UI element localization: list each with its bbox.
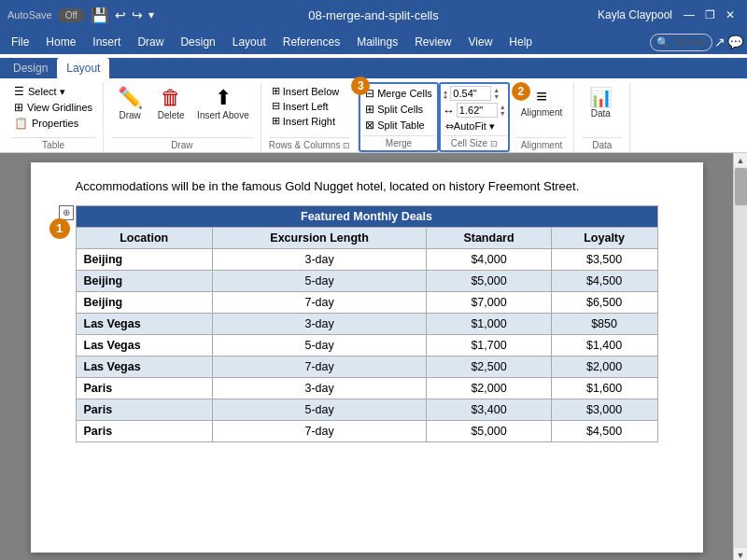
insert-above-button[interactable]: ⬆ Insert Above	[193, 84, 253, 122]
title-bar-right: Kayla Claypool — ❐ ✕	[557, 6, 740, 24]
data-button[interactable]: 📊 Data	[582, 84, 619, 120]
share-icon[interactable]: ↗	[714, 35, 726, 49]
split-cells-icon: ⊞	[365, 103, 374, 116]
width-down[interactable]: ▼	[500, 110, 506, 117]
cell-value: 5-day	[212, 270, 427, 291]
rows-cols-content: 3 ⊞ Insert Below ⊟ Insert Left ⊞ Insert …	[269, 84, 350, 135]
scroll-track[interactable]	[734, 167, 747, 548]
properties-button[interactable]: 📋 Properties	[11, 116, 95, 131]
merge-cells-button[interactable]: ⊟ Merge Cells	[362, 86, 435, 101]
cell-value: $6,500	[551, 291, 657, 313]
filename-label: 08-merge-and-split-cells	[308, 8, 438, 22]
cell-size-label: Cell Size ⊡	[443, 135, 506, 148]
split-cells-label: Split Cells	[377, 104, 423, 115]
cell-location: Paris	[76, 377, 212, 399]
cell-value: $2,000	[427, 377, 551, 399]
menu-view[interactable]: View	[461, 34, 500, 50]
minimize-button[interactable]: —	[680, 6, 698, 24]
cell-value: 7-day	[212, 291, 427, 313]
autofit-button[interactable]: ⇔ AutoFit ▾	[443, 119, 506, 133]
table-row: Beijing3-day$4,000$3,500	[76, 248, 657, 270]
document-area: Accommodations will be in the famous Gol…	[0, 153, 747, 560]
menu-layout[interactable]: Layout	[225, 34, 274, 50]
table-row: Beijing7-day$7,000$6,500	[76, 291, 657, 313]
redo-icon[interactable]: ↪	[132, 7, 143, 22]
width-arrows: ▲ ▼	[500, 104, 506, 117]
autosave-label: AutoSave	[7, 9, 52, 21]
width-up[interactable]: ▲	[500, 104, 506, 110]
gridlines-label: View Gridlines	[27, 102, 92, 113]
menu-design[interactable]: Design	[173, 34, 222, 50]
gridlines-icon: ⊞	[14, 101, 23, 114]
delete-label: Delete	[158, 110, 185, 120]
merge-cells-label: Merge Cells	[377, 88, 432, 99]
menu-help[interactable]: Help	[501, 34, 540, 50]
rows-cols-label: Rows & Columns ⊡	[269, 137, 350, 150]
cell-value: $4,500	[551, 270, 657, 291]
document-page: Accommodations will be in the famous Gol…	[31, 162, 703, 553]
insert-right-button[interactable]: ⊞ Insert Right	[269, 114, 343, 128]
insert-left-button[interactable]: ⊟ Insert Left	[269, 99, 343, 113]
insert-below-button[interactable]: ⊞ Insert Below	[269, 84, 343, 98]
cell-width-input: ↔ ▲ ▼	[443, 103, 506, 118]
vertical-scrollbar[interactable]: ▲ ▼	[733, 153, 747, 560]
table-group-label: Table	[11, 137, 95, 150]
data-icon: 📊	[589, 86, 613, 108]
ribbon-group-cell-size: 2 ↕ ▲ ▼ ↔ ▲	[439, 82, 510, 152]
width-field[interactable]	[457, 103, 498, 118]
height-down[interactable]: ▼	[493, 93, 500, 100]
properties-icon: 📋	[14, 117, 28, 130]
draw-label: Draw	[119, 110, 140, 120]
search-icon: 🔍	[656, 36, 669, 49]
table-group-content: ☰ Select ▾ ⊞ View Gridlines 📋 Properties	[11, 84, 95, 135]
ribbon-search[interactable]: 🔍 Tell me	[650, 34, 712, 51]
data-table: Featured Monthly Deals Location Excursio…	[76, 205, 658, 442]
cell-value: $4,000	[427, 248, 551, 270]
menu-references[interactable]: References	[275, 34, 347, 50]
properties-label: Properties	[32, 118, 78, 129]
insert-below-icon: ⊞	[272, 85, 280, 97]
ribbon-group-table: ☰ Select ▾ ⊞ View Gridlines 📋 Properties…	[4, 82, 104, 152]
menu-mailings[interactable]: Mailings	[349, 34, 405, 50]
height-up[interactable]: ▲	[493, 87, 500, 93]
search-label: Tell me	[673, 36, 706, 48]
insert-buttons: 3 ⊞ Insert Below ⊟ Insert Left ⊞ Insert …	[269, 84, 343, 128]
menu-home[interactable]: Home	[38, 34, 83, 50]
menu-draw[interactable]: Draw	[130, 34, 171, 50]
badge-2: 2	[512, 82, 530, 101]
delete-icon: 🗑	[161, 86, 181, 110]
table-row: Paris5-day$3,400$3,000	[76, 399, 657, 420]
autofit-label: AutoFit ▾	[454, 120, 495, 133]
view-gridlines-button[interactable]: ⊞ View Gridlines	[11, 100, 95, 115]
title-bar: AutoSave Off 💾 ↩ ↪ ▾ 08-merge-and-split-…	[0, 0, 747, 30]
scroll-down-button[interactable]: ▼	[734, 548, 748, 560]
comment-icon[interactable]: 💬	[727, 35, 743, 49]
select-button[interactable]: ☰ Select ▾	[11, 84, 95, 99]
split-cells-button[interactable]: ⊞ Split Cells	[362, 102, 435, 117]
col-header-loyalty: Loyalty	[551, 227, 657, 248]
ribbon-tab-bar: Design Layout	[0, 58, 747, 78]
tab-layout[interactable]: Layout	[57, 58, 109, 78]
document-title: 08-merge-and-split-cells	[190, 8, 557, 22]
delete-button[interactable]: 🗑 Delete	[152, 84, 190, 122]
menu-file[interactable]: File	[4, 34, 36, 50]
autosave-toggle[interactable]: Off	[58, 8, 85, 22]
height-field[interactable]	[450, 86, 491, 101]
scroll-thumb[interactable]	[735, 168, 747, 205]
tab-design[interactable]: Design	[4, 58, 57, 78]
undo-icon[interactable]: ↩	[115, 7, 126, 22]
restore-button[interactable]: ❐	[700, 6, 719, 24]
save-icon[interactable]: 💾	[91, 7, 109, 24]
menu-insert[interactable]: Insert	[85, 34, 128, 50]
menu-review[interactable]: Review	[407, 34, 458, 50]
cell-location: Beijing	[76, 291, 212, 313]
cell-location: Las Vegas	[76, 313, 212, 334]
draw-button[interactable]: ✏️ Draw	[111, 84, 148, 122]
close-button[interactable]: ✕	[721, 6, 740, 24]
customize-icon[interactable]: ▾	[148, 8, 154, 21]
scroll-up-button[interactable]: ▲	[734, 153, 748, 167]
cell-value: $1,700	[427, 334, 551, 356]
split-table-button[interactable]: ⊠ Split Table	[362, 118, 435, 133]
window-controls: — ❐ ✕	[680, 6, 740, 24]
cell-value: $1,000	[427, 313, 551, 334]
